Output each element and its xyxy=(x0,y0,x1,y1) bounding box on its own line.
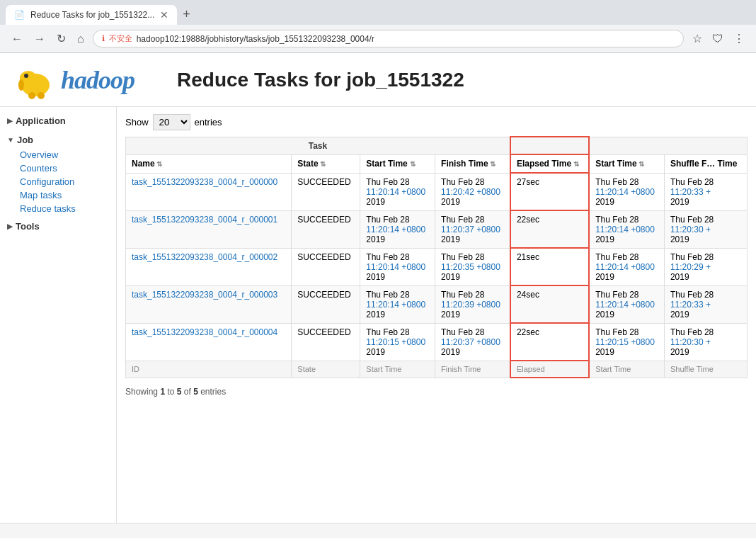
cell-state: SUCCEEDED xyxy=(292,285,360,323)
table-row: task_1551322093238_0004_r_000003 SUCCEED… xyxy=(126,285,748,323)
sidebar-link-reduce-tasks[interactable]: Reduce tasks xyxy=(14,202,116,215)
tab-title: Reduce Tasks for job_1551322... xyxy=(30,10,154,20)
tab-favicon: 📄 xyxy=(14,10,25,20)
cell-finish-time: Thu Feb 28 11:20:39 +0800 2019 xyxy=(435,285,510,323)
security-icon: ℹ xyxy=(102,34,105,43)
col-finish-time[interactable]: Finish Time xyxy=(435,154,510,173)
extensions-icon[interactable]: 🛡 xyxy=(709,31,726,47)
page-header: hadoop Reduce Tasks for job_1551322 xyxy=(0,53,756,107)
address-text: hadoop102:19888/jobhistory/tasks/job_155… xyxy=(137,34,675,44)
job-arrow-icon: ▼ xyxy=(7,136,14,144)
cell-elapsed: 21sec xyxy=(510,248,589,285)
cell-shuffle: Thu Feb 28 11:20:30 + 2019 xyxy=(664,210,747,248)
col-name[interactable]: Name xyxy=(126,154,292,173)
page-title: Reduce Tasks for job_1551322 xyxy=(177,69,464,91)
new-tab-button[interactable]: + xyxy=(177,4,196,25)
cell-start-time-2: Thu Feb 28 11:20:15 +0800 2019 xyxy=(589,323,664,361)
bookmarks-icon[interactable]: ☆ xyxy=(689,30,705,47)
hadoop-logo-text: hadoop xyxy=(61,65,134,95)
tasks-table: Task Name State Start Time Finish Time E… xyxy=(125,136,748,378)
col-start-time[interactable]: Start Time xyxy=(360,154,435,173)
task-group-header: Task xyxy=(126,137,510,154)
cell-state: SUCCEEDED xyxy=(292,210,360,248)
sidebar-tools-header[interactable]: ▶ Tools xyxy=(0,218,116,234)
elapsed-group-header xyxy=(510,137,589,154)
task-link[interactable]: task_1551322093238_0004_r_000003 xyxy=(132,290,277,300)
sidebar-link-counters[interactable]: Counters xyxy=(14,162,116,175)
cell-start-time-2: Thu Feb 28 11:20:14 +0800 2019 xyxy=(589,248,664,285)
filter-elapsed: Elapsed xyxy=(510,361,589,378)
forward-button[interactable]: → xyxy=(31,30,48,48)
filter-finish: Finish Time xyxy=(435,361,510,378)
filter-shuffle: Shuffle Time xyxy=(664,361,747,378)
sidebar-link-overview[interactable]: Overview xyxy=(14,148,116,162)
status-bar xyxy=(0,523,756,538)
cell-shuffle: Thu Feb 28 11:20:33 + 2019 xyxy=(664,173,747,210)
cell-name: task_1551322093238_0004_r_000004 xyxy=(126,323,292,361)
task-link[interactable]: task_1551322093238_0004_r_000002 xyxy=(132,252,277,262)
cell-elapsed: 24sec xyxy=(510,285,589,323)
cell-start-time: Thu Feb 28 11:20:14 +0800 2019 xyxy=(360,285,435,323)
cell-shuffle: Thu Feb 28 11:20:33 + 2019 xyxy=(664,285,747,323)
sidebar-link-map-tasks[interactable]: Map tasks xyxy=(14,188,116,202)
tools-arrow-icon: ▶ xyxy=(7,222,13,230)
elephant-icon xyxy=(14,60,57,99)
cell-name: task_1551322093238_0004_r_000001 xyxy=(126,210,292,248)
browser-tab[interactable]: 📄 Reduce Tasks for job_1551322... ✕ xyxy=(6,5,177,25)
tab-close-button[interactable]: ✕ xyxy=(160,9,168,21)
entries-select[interactable]: 20 10 50 100 xyxy=(153,114,190,130)
sidebar: ▶ Application ▼ Job Overview Counters Co… xyxy=(0,107,117,523)
col-elapsed-time[interactable]: Elapsed Time xyxy=(510,154,589,173)
cell-elapsed: 27sec xyxy=(510,173,589,210)
cell-shuffle: Thu Feb 28 11:20:29 + 2019 xyxy=(664,248,747,285)
cell-start-time: Thu Feb 28 11:20:14 +0800 2019 xyxy=(360,248,435,285)
cell-elapsed: 22sec xyxy=(510,323,589,361)
cell-start-time: Thu Feb 28 11:20:14 +0800 2019 xyxy=(360,210,435,248)
task-link[interactable]: task_1551322093238_0004_r_000004 xyxy=(132,327,277,337)
menu-icon[interactable]: ⋮ xyxy=(731,30,748,47)
cell-start-time: Thu Feb 28 11:20:15 +0800 2019 xyxy=(360,323,435,361)
cell-finish-time: Thu Feb 28 11:20:42 +0800 2019 xyxy=(435,173,510,210)
cell-name: task_1551322093238_0004_r_000000 xyxy=(126,173,292,210)
task-link[interactable]: task_1551322093238_0004_r_000001 xyxy=(132,215,277,225)
sidebar-section-job: ▼ Job Overview Counters Configuration Ma… xyxy=(0,132,116,215)
entries-label: entries xyxy=(195,117,222,128)
showing-text: Showing 1 to 5 of 5 entries xyxy=(125,387,226,397)
svg-point-6 xyxy=(38,92,45,99)
back-button[interactable]: ← xyxy=(8,30,25,48)
col-state[interactable]: State xyxy=(292,154,360,173)
filter-start: Start Time xyxy=(360,361,435,378)
application-arrow-icon: ▶ xyxy=(7,117,13,125)
home-button[interactable]: ⌂ xyxy=(74,30,87,48)
cell-finish-time: Thu Feb 28 11:20:35 +0800 2019 xyxy=(435,248,510,285)
sidebar-application-label: Application xyxy=(16,115,66,126)
sidebar-job-label: Job xyxy=(17,135,33,145)
col-start-time-2[interactable]: Start Time xyxy=(589,154,664,173)
sidebar-application-header[interactable]: ▶ Application xyxy=(0,113,116,129)
filter-state: State xyxy=(292,361,360,378)
cell-elapsed: 22sec xyxy=(510,210,589,248)
sidebar-job-links: Overview Counters Configuration Map task… xyxy=(0,148,116,215)
cell-shuffle: Thu Feb 28 11:20:30 + 2019 xyxy=(664,323,747,361)
sidebar-tools-label: Tools xyxy=(16,221,40,232)
table-row: task_1551322093238_0004_r_000002 SUCCEED… xyxy=(126,248,748,285)
svg-point-4 xyxy=(18,79,24,91)
cell-finish-time: Thu Feb 28 11:20:37 +0800 2019 xyxy=(435,210,510,248)
cell-start-time-2: Thu Feb 28 11:20:14 +0800 2019 xyxy=(589,173,664,210)
address-bar-box[interactable]: ℹ 不安全 hadoop102:19888/jobhistory/tasks/j… xyxy=(93,30,684,47)
cell-state: SUCCEEDED xyxy=(292,248,360,285)
refresh-button[interactable]: ↻ xyxy=(54,29,69,48)
sidebar-link-configuration[interactable]: Configuration xyxy=(14,175,116,188)
sidebar-job-header[interactable]: ▼ Job xyxy=(0,132,116,148)
cell-start-time-2: Thu Feb 28 11:20:14 +0800 2019 xyxy=(589,285,664,323)
show-entries-bar: Show 20 10 50 100 entries xyxy=(125,114,748,130)
task-link[interactable]: task_1551322093238_0004_r_000000 xyxy=(132,177,277,187)
sidebar-section-application: ▶ Application xyxy=(0,113,116,129)
svg-point-3 xyxy=(24,74,28,78)
footer-bar: Showing 1 to 5 of 5 entries xyxy=(125,384,748,400)
cell-name: task_1551322093238_0004_r_000002 xyxy=(126,248,292,285)
table-row: task_1551322093238_0004_r_000000 SUCCEED… xyxy=(126,173,748,210)
svg-point-5 xyxy=(28,92,35,99)
security-label: 不安全 xyxy=(109,33,132,44)
hadoop-logo: hadoop xyxy=(14,60,134,99)
